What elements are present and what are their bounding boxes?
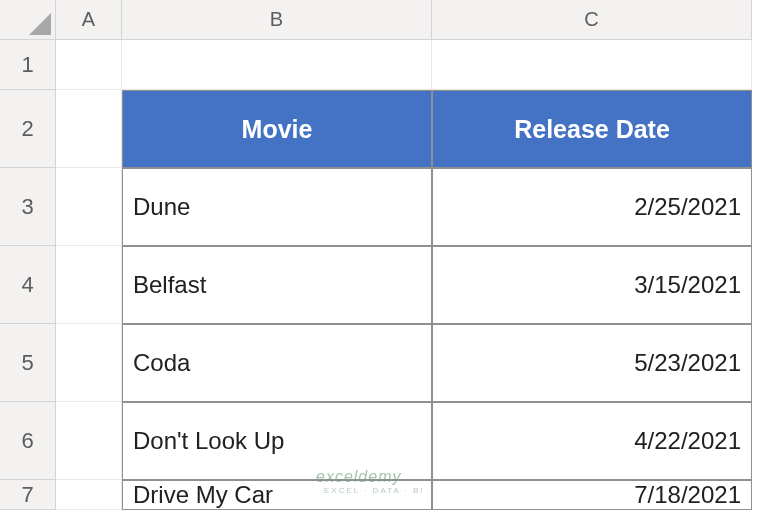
row-header-1[interactable]: 1	[0, 40, 56, 90]
cell-release-2[interactable]: 5/23/2021	[432, 324, 752, 402]
cell-a2[interactable]	[56, 90, 122, 168]
row-header-5[interactable]: 5	[0, 324, 56, 402]
row-header-2[interactable]: 2	[0, 90, 56, 168]
cell-movie-4[interactable]: Drive My Car	[122, 480, 432, 510]
cell-b1[interactable]	[122, 40, 432, 90]
cell-a5[interactable]	[56, 324, 122, 402]
cell-a1[interactable]	[56, 40, 122, 90]
cell-movie-3[interactable]: Don't Look Up	[122, 402, 432, 480]
cell-movie-0[interactable]: Dune	[122, 168, 432, 246]
header-movie[interactable]: Movie	[122, 90, 432, 168]
row-header-6[interactable]: 6	[0, 402, 56, 480]
cell-c1[interactable]	[432, 40, 752, 90]
cell-movie-2[interactable]: Coda	[122, 324, 432, 402]
select-all-triangle[interactable]	[0, 0, 56, 40]
row-header-3[interactable]: 3	[0, 168, 56, 246]
cell-release-1[interactable]: 3/15/2021	[432, 246, 752, 324]
cell-release-3[interactable]: 4/22/2021	[432, 402, 752, 480]
header-release[interactable]: Release Date	[432, 90, 752, 168]
cell-a4[interactable]	[56, 246, 122, 324]
cell-movie-1[interactable]: Belfast	[122, 246, 432, 324]
column-header-b[interactable]: B	[122, 0, 432, 40]
spreadsheet-grid: A B C 1 2 Movie Release Date 3 Dune 2/25…	[0, 0, 768, 510]
column-header-a[interactable]: A	[56, 0, 122, 40]
cell-a7[interactable]	[56, 480, 122, 510]
cell-a3[interactable]	[56, 168, 122, 246]
cell-a6[interactable]	[56, 402, 122, 480]
cell-release-0[interactable]: 2/25/2021	[432, 168, 752, 246]
row-header-7[interactable]: 7	[0, 480, 56, 510]
cell-release-4[interactable]: 7/18/2021	[432, 480, 752, 510]
column-header-c[interactable]: C	[432, 0, 752, 40]
row-header-4[interactable]: 4	[0, 246, 56, 324]
